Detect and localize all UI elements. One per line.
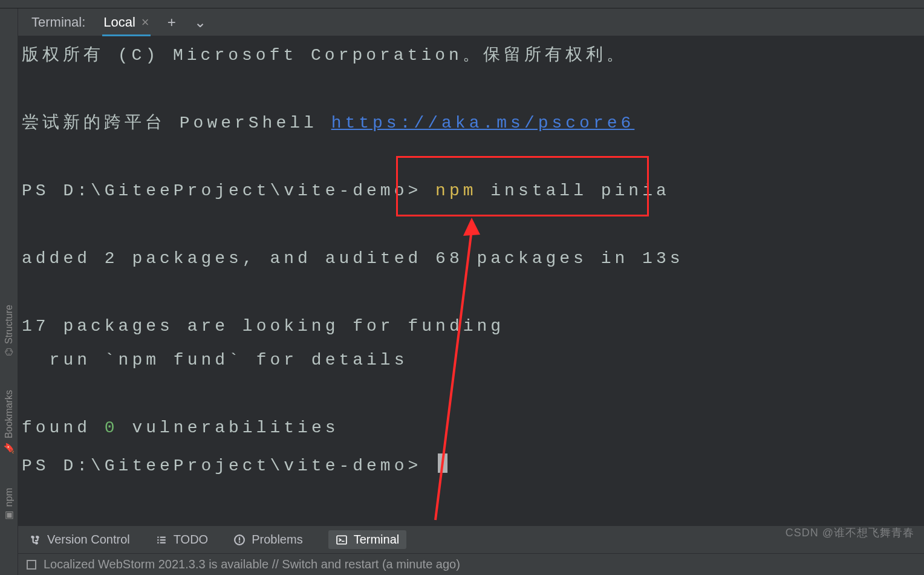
toolbar-todo[interactable]: TODO — [155, 533, 208, 547]
toolbar-terminal[interactable]: Terminal — [328, 530, 407, 549]
text: vulnerabilities — [119, 418, 339, 437]
terminal-line: PS D:\GiteeProject\vite-demo> — [22, 453, 917, 475]
terminal-icon — [336, 534, 348, 546]
text: Microsoft Corporation — [173, 46, 463, 65]
top-edge — [0, 0, 924, 8]
npm-icon: ▣ — [3, 510, 15, 522]
left-sidebar: ⌬ Structure 🔖 Bookmarks ▣ npm — [0, 8, 18, 575]
sidebar-item-structure[interactable]: ⌬ Structure — [3, 305, 15, 356]
terminal-tabbar: Terminal: Local × + ⌄ — [18, 8, 924, 36]
watermark: CSDN @谁不想飞舞青春 — [786, 525, 914, 540]
toolbar-problems[interactable]: Problems — [233, 533, 302, 547]
cursor — [438, 453, 447, 473]
tab-local[interactable]: Local × — [103, 15, 149, 30]
label: Problems — [252, 533, 302, 547]
prompt: PS D:\GiteeProject\vite-demo> — [22, 181, 435, 200]
text: 版权所有 (C) — [22, 46, 173, 65]
terminal-title: Terminal: — [31, 15, 85, 30]
label: Version Control — [47, 533, 130, 547]
branch-icon — [29, 534, 41, 546]
terminal-line: 尝试新的跨平台 PowerShell https://aka.ms/pscore… — [22, 115, 917, 132]
text: 尝试新的跨平台 PowerShell — [22, 114, 331, 132]
chevron-down-icon[interactable]: ⌄ — [194, 14, 206, 31]
warning-icon — [233, 534, 246, 546]
vuln-count: 0 — [105, 418, 119, 437]
tab-label: Local — [103, 15, 135, 30]
terminal-command-line: PS D:\GiteeProject\vite-demo> npm instal… — [22, 183, 917, 200]
terminal-line — [22, 284, 917, 301]
terminal-line — [22, 386, 917, 403]
checkbox-icon[interactable] — [27, 560, 36, 570]
terminal-line — [22, 149, 917, 166]
text: 。保留所有权利。 — [463, 46, 627, 65]
sidebar-item-npm[interactable]: ▣ npm — [3, 488, 15, 522]
structure-icon: ⌬ — [3, 348, 15, 356]
svg-line-0 — [435, 230, 472, 520]
svg-rect-3 — [239, 537, 240, 541]
sidebar-label: npm — [4, 488, 15, 507]
list-icon — [155, 534, 168, 546]
prompt: PS D:\GiteeProject\vite-demo> — [22, 456, 435, 475]
toolbar-version-control[interactable]: Version Control — [29, 533, 130, 547]
terminal-line — [22, 216, 917, 233]
close-icon[interactable]: × — [142, 15, 149, 30]
terminal-body[interactable]: 版权所有 (C) Microsoft Corporation。保留所有权利。 尝… — [18, 36, 924, 525]
label: TODO — [174, 533, 208, 547]
terminal-line: added 2 packages, and audited 68 package… — [22, 250, 917, 267]
text: found — [22, 418, 105, 437]
terminal-line: 17 packages are looking for funding — [22, 318, 917, 335]
bookmark-icon: 🔖 — [3, 442, 15, 454]
terminal-line: found 0 vulnerabilities — [22, 420, 917, 437]
terminal-line: 版权所有 (C) Microsoft Corporation。保留所有权利。 — [22, 47, 917, 64]
svg-rect-4 — [239, 541, 240, 542]
status-message[interactable]: Localized WebStorm 2021.3.3 is available… — [44, 557, 460, 571]
cmd-npm: npm — [435, 181, 477, 200]
status-bar: Localized WebStorm 2021.3.3 is available… — [18, 553, 924, 575]
sidebar-label: Bookmarks — [4, 390, 15, 438]
sidebar-label: Structure — [4, 305, 15, 344]
new-tab-icon[interactable]: + — [168, 14, 176, 31]
cmd-rest: install pinia — [477, 181, 670, 200]
sidebar-item-bookmarks[interactable]: 🔖 Bookmarks — [3, 390, 15, 454]
main-area: Terminal: Local × + ⌄ 版权所有 (C) Microsoft… — [18, 8, 924, 575]
link-pscore[interactable]: https://aka.ms/pscore6 — [331, 114, 635, 132]
terminal-line: run `npm fund` for details — [22, 352, 917, 369]
label: Terminal — [354, 533, 400, 547]
terminal-line — [22, 81, 917, 98]
